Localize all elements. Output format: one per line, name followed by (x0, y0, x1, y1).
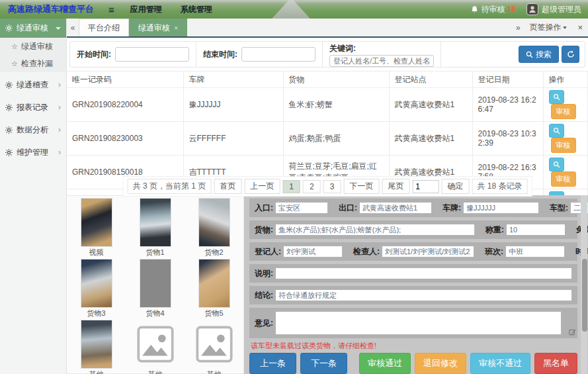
approve-button[interactable]: 审核通过 (359, 353, 411, 374)
shift-field: 班次: (485, 246, 565, 257)
scroll-tabs-left-icon[interactable]: « (67, 19, 79, 36)
cell-actions: 审核 (543, 156, 588, 189)
sidebar-group-green-audit[interactable]: 绿通审核 (0, 19, 66, 38)
photo-thumbnail[interactable] (81, 199, 112, 246)
gallery-item[interactable]: 货物4 (126, 259, 185, 318)
sidebar-group-label: 绿通稽查 (17, 79, 58, 91)
blacklist-button[interactable]: 黑名单 (534, 353, 577, 374)
note-input[interactable] (275, 267, 572, 279)
keyword-input[interactable] (329, 55, 434, 67)
view-detail-button[interactable] (549, 124, 564, 138)
gallery-item[interactable]: 货物2 (185, 199, 243, 257)
form-row-people: 登记人: 检查人: 班次: 时间: (249, 242, 577, 261)
photo-thumbnail[interactable] (140, 199, 171, 246)
sidebar-group-data-analysis[interactable]: 数据分析 › (0, 120, 66, 140)
close-all-tabs-icon[interactable]: × (572, 23, 588, 32)
sidebar-group-report-records[interactable]: 报表记录 › (0, 97, 66, 117)
page-button-3[interactable]: 3 (323, 180, 341, 193)
cell-station: 武黄高速收费站1 (389, 88, 472, 122)
refresh-button[interactable] (562, 46, 579, 63)
weight-input[interactable] (506, 224, 566, 236)
inspector-label: 检查人: (353, 246, 380, 257)
conclusion-input[interactable] (275, 289, 572, 301)
gallery-item[interactable]: 货物5 (185, 259, 243, 318)
tabbar-right: » 页签操作 × (512, 19, 588, 36)
photo-thumbnail[interactable] (199, 259, 230, 307)
page-button-1[interactable]: 1 (282, 180, 300, 193)
cell-plate: 豫JJJJJJ (183, 88, 283, 122)
sidebar-group-maintenance[interactable]: 维护管理 › (0, 142, 66, 162)
opinion-textarea[interactable] (275, 311, 562, 335)
audit-button[interactable]: 审核 (551, 104, 576, 119)
vehicle-warning-text: 该车型未装载过该类货物，请仔细检查! (251, 341, 577, 351)
goods-input[interactable] (275, 224, 475, 236)
hamburger-icon[interactable]: ≡ (102, 4, 121, 15)
gallery-item-caption: 货物1 (146, 248, 164, 257)
photo-thumbnail[interactable] (81, 259, 112, 307)
pagination-total: 共 18 条记录 (472, 179, 527, 194)
audit-button[interactable]: 审核 (551, 171, 576, 187)
next-page-button[interactable]: 下一页 (343, 179, 379, 194)
exit-input[interactable] (359, 202, 432, 214)
end-time-input[interactable] (241, 47, 315, 62)
username-label[interactable]: 超级管理员 (542, 4, 581, 15)
end-time-field-group: 结束时间: (196, 42, 323, 67)
reject-button[interactable]: 审核不通过 (470, 353, 530, 374)
tab-operations-dropdown[interactable]: 页签操作 (524, 22, 572, 33)
close-icon[interactable]: × (174, 24, 178, 32)
gallery-item-caption: 其他 (89, 369, 104, 374)
photo-thumbnail[interactable] (81, 320, 112, 368)
gallery-item[interactable]: 其他 (185, 320, 243, 374)
last-page-button[interactable]: 尾页 (382, 179, 409, 194)
tabbar: « 平台介绍 绿通审核 × » 页签操作 × (67, 19, 588, 38)
sidebar-group-label: 报表记录 (17, 102, 58, 113)
gear-icon (5, 149, 13, 156)
view-detail-button[interactable] (549, 158, 564, 171)
avatar[interactable] (526, 3, 538, 15)
start-time-label: 开始时间: (77, 49, 111, 60)
sidebar-item-green-audit[interactable]: ☆ 绿通审核 (0, 38, 66, 55)
start-time-input[interactable] (115, 47, 189, 62)
entry-label: 入口: (255, 203, 273, 214)
scroll-tabs-right-icon[interactable]: » (512, 23, 524, 32)
table-row: GRN201908220004 豫JJJJJJ 鱼米;虾;螃蟹 武黄高速收费站1… (67, 88, 588, 122)
audit-button[interactable]: 审核 (551, 138, 576, 153)
gallery-item[interactable]: 货物1 (126, 199, 185, 257)
tab-platform-intro[interactable]: 平台介绍 (79, 19, 129, 36)
view-detail-button[interactable] (549, 90, 564, 104)
first-page-button[interactable]: 首页 (214, 179, 241, 194)
menu-item-app-management[interactable]: 应用管理 (121, 4, 171, 15)
plate-input[interactable] (463, 202, 539, 214)
gear-icon (5, 104, 13, 111)
caret-down-icon (563, 26, 567, 29)
search-button[interactable]: 搜索 (519, 46, 559, 63)
detail-buttons-row: 上一条 下一条 审核通过 退回修改 审核不通过 黑名单 (249, 353, 577, 374)
return-for-revision-button[interactable]: 退回修改 (415, 353, 466, 374)
previous-record-button[interactable]: 上一条 (249, 353, 296, 374)
gallery-item[interactable]: 其他 (67, 320, 126, 374)
edit-icon[interactable] (569, 328, 576, 336)
shift-input[interactable] (505, 246, 565, 257)
col-header-goods: 货物 (283, 71, 389, 88)
entry-input[interactable] (275, 202, 328, 214)
inspector-input[interactable] (382, 246, 474, 257)
photo-thumbnail[interactable] (140, 259, 171, 307)
page-jump-input[interactable] (412, 180, 439, 193)
gallery-item[interactable]: 货物3 (67, 259, 126, 318)
form-row-conclusion: 结论: (249, 286, 577, 304)
registrar-input[interactable] (283, 246, 343, 257)
tab-green-audit[interactable]: 绿通审核 × (129, 19, 187, 36)
gallery-item[interactable]: 其他 (126, 320, 185, 374)
menu-item-system-management[interactable]: 系统管理 (171, 4, 222, 15)
photo-thumbnail[interactable] (199, 199, 230, 246)
panel-scrollbar-thumb[interactable] (582, 259, 587, 332)
cell-plate: 云FFFFFF (183, 122, 283, 156)
next-record-button[interactable]: 下一条 (300, 353, 347, 374)
pending-review-label[interactable]: 待审核 (482, 4, 505, 15)
sidebar-group-green-inspection[interactable]: 绿通稽查 › (0, 75, 66, 95)
gallery-item[interactable]: 视频 (67, 199, 126, 257)
page-button-2[interactable]: 2 (303, 180, 321, 193)
prev-page-button[interactable]: 上一页 (244, 179, 280, 194)
sidebar-item-inspection-gap[interactable]: ☆ 检查补漏 (0, 55, 66, 72)
page-jump-confirm-button[interactable]: 确定 (441, 179, 469, 194)
